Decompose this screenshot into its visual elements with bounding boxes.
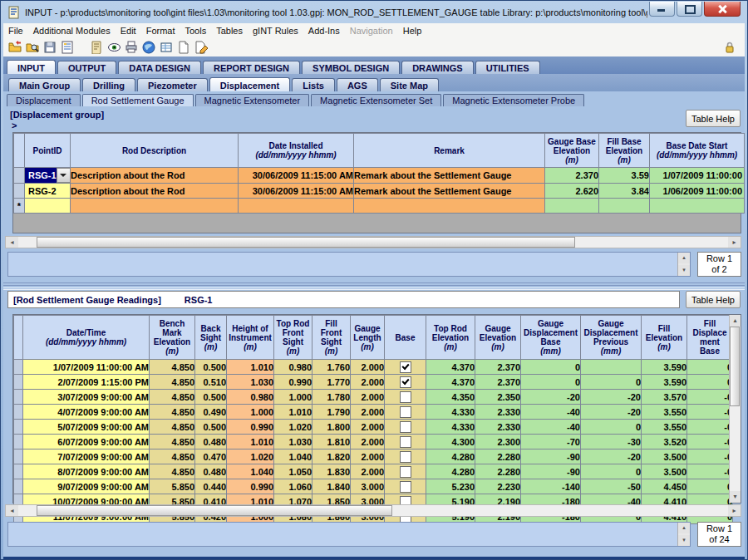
checkbox-unchecked-icon[interactable]: [400, 481, 411, 493]
scroll-track[interactable]: [18, 237, 728, 248]
maximize-button[interactable]: [677, 2, 702, 17]
reading-fdb-cell[interactable]: -0: [687, 390, 733, 405]
remark-cell[interactable]: [354, 199, 545, 214]
reading-glen-cell[interactable]: 2.000: [351, 449, 385, 464]
scroll-right-icon[interactable]: ▸: [728, 237, 741, 248]
menu-item-help[interactable]: Help: [398, 25, 427, 37]
rod-description-cell[interactable]: [71, 199, 239, 214]
reading-ge-cell[interactable]: 2.280: [475, 449, 521, 464]
reading-date-cell[interactable]: 2/07/2009 1:15:00 PM: [23, 375, 150, 390]
reading-gdb-cell[interactable]: -40: [521, 420, 581, 435]
checkbox-unchecked-icon[interactable]: [400, 406, 411, 418]
base-date-start-cell[interactable]: [650, 199, 745, 214]
reading-ge-cell[interactable]: 2.300: [475, 435, 521, 449]
close-button[interactable]: [704, 2, 741, 17]
reading-bench-cell[interactable]: 4.850: [150, 464, 195, 479]
reading-fe-cell[interactable]: 3.520: [642, 435, 687, 449]
reading-gdp-cell[interactable]: -50: [581, 479, 642, 494]
reading-glen-cell[interactable]: 2.000: [351, 420, 385, 435]
reading-base-cell[interactable]: [385, 375, 426, 390]
table-row[interactable]: 9/07/2009 9:00:00 AM5.8500.4400.9901.060…: [14, 479, 733, 494]
reading-date-cell[interactable]: 6/07/2009 9:00:00 AM: [23, 435, 150, 449]
reading-tre-cell[interactable]: 4.300: [426, 435, 475, 449]
reading-fdb-cell[interactable]: -0: [687, 420, 733, 435]
reading-glen-cell[interactable]: 2.000: [351, 435, 385, 449]
remark-cell[interactable]: Remark about the Settlement Gauge: [354, 184, 545, 199]
scroll-down-icon[interactable]: ▾: [730, 491, 741, 503]
reading-gdb-cell[interactable]: -20: [521, 390, 581, 405]
reading-bench-cell[interactable]: 4.850: [150, 420, 195, 435]
reading-ge-cell[interactable]: 2.230: [475, 479, 521, 494]
reading-back-cell[interactable]: 0.470: [195, 449, 227, 464]
gauge-base-elevation-cell[interactable]: [545, 199, 599, 214]
pointid-dropdown-icon[interactable]: [57, 168, 71, 183]
reading-hoi-cell[interactable]: 1.010: [227, 435, 274, 449]
table-row[interactable]: 1/07/2009 11:00:00 AM4.8500.5001.0100.98…: [14, 360, 733, 375]
tab-magnetic-extensometer-probe[interactable]: Magnetic Extensometer Probe: [443, 94, 584, 106]
menu-item-file[interactable]: File: [3, 25, 28, 37]
scroll-up-icon[interactable]: ▴: [678, 523, 690, 533]
base-date-start-cell[interactable]: 1/06/2009 11:00:00: [650, 184, 745, 199]
reading-date-cell[interactable]: 9/07/2009 9:00:00 AM: [23, 479, 150, 494]
reading-fdb-cell[interactable]: 0: [687, 375, 733, 390]
table-list-icon[interactable]: [158, 39, 175, 56]
reading-back-cell[interactable]: 0.480: [195, 464, 227, 479]
reading-fdb-cell[interactable]: -0: [687, 464, 733, 479]
checkbox-unchecked-icon[interactable]: [400, 391, 411, 403]
date-installed-cell[interactable]: [239, 199, 354, 214]
fill-base-elevation-cell[interactable]: 3.84: [599, 184, 650, 199]
reading-base-cell[interactable]: [385, 479, 426, 494]
group-horizontal-scrollbar[interactable]: ◂ ▸: [5, 236, 741, 248]
reading-trfs-cell[interactable]: 1.040: [274, 449, 312, 464]
reading-gdb-cell[interactable]: 0: [521, 375, 581, 390]
minimize-button[interactable]: [649, 2, 675, 17]
scroll-thumb[interactable]: [730, 327, 740, 406]
reading-trfs-cell[interactable]: 0.980: [274, 360, 312, 375]
reading-tre-cell[interactable]: 4.370: [426, 375, 475, 390]
rod-description-cell[interactable]: Description about the Rod: [71, 184, 239, 199]
reading-trfs-cell[interactable]: 1.000: [274, 390, 312, 405]
reading-bench-cell[interactable]: 4.850: [150, 405, 195, 420]
checkbox-unchecked-icon[interactable]: [400, 451, 411, 463]
pointid-cell[interactable]: RSG-1: [25, 168, 71, 184]
checkbox-checked-icon[interactable]: [400, 376, 411, 388]
reading-ffs-cell[interactable]: 1.770: [312, 375, 351, 390]
reading-hoi-cell[interactable]: 0.990: [227, 420, 274, 435]
checkbox-unchecked-icon[interactable]: [400, 436, 411, 448]
reading-ge-cell[interactable]: 2.280: [475, 464, 521, 479]
reading-base-cell[interactable]: [385, 420, 426, 435]
reading-bench-cell[interactable]: 4.850: [150, 449, 195, 464]
reading-tre-cell[interactable]: 4.280: [426, 464, 475, 479]
description-box[interactable]: ▴ ▾: [7, 252, 691, 277]
reading-ge-cell[interactable]: 2.330: [475, 420, 521, 435]
reading-fdb-cell[interactable]: 0: [687, 479, 733, 494]
browse-files-icon[interactable]: [24, 39, 41, 56]
tab-output[interactable]: OUTPUT: [57, 61, 116, 74]
reading-hoi-cell[interactable]: 0.990: [227, 479, 274, 494]
tab-displacement[interactable]: Displacement: [7, 94, 81, 106]
reading-fe-cell[interactable]: 3.590: [642, 360, 687, 375]
tab-displacement[interactable]: Displacement: [209, 77, 291, 91]
new-document-icon[interactable]: [175, 39, 192, 56]
menu-item-format[interactable]: Format: [141, 25, 180, 37]
base-date-start-cell[interactable]: 1/07/2009 11:00:00: [650, 168, 745, 184]
menu-item-tables[interactable]: Tables: [211, 25, 248, 37]
date-installed-cell[interactable]: 30/06/2009 11:15:00 AM: [239, 184, 354, 199]
tab-report-design[interactable]: REPORT DESIGN: [203, 61, 300, 74]
scroll-up-icon[interactable]: ▴: [730, 315, 741, 327]
fill-base-elevation-cell[interactable]: 3.59: [599, 168, 650, 184]
globe-icon[interactable]: [140, 39, 157, 56]
scroll-thumb[interactable]: [37, 237, 575, 248]
reading-bench-cell[interactable]: 4.850: [150, 390, 195, 405]
reading-bench-cell[interactable]: 5.850: [150, 479, 195, 494]
row-selector[interactable]: [14, 464, 23, 479]
reading-gdp-cell[interactable]: -30: [581, 435, 642, 449]
reading-back-cell[interactable]: 0.440: [195, 479, 227, 494]
tab-utilities[interactable]: UTILITIES: [475, 61, 540, 74]
scroll-track[interactable]: [730, 327, 741, 491]
description-box[interactable]: ▴ ▾: [7, 522, 691, 547]
reading-tre-cell[interactable]: 4.350: [426, 390, 475, 405]
reading-glen-cell[interactable]: 2.000: [351, 405, 385, 420]
reading-base-cell[interactable]: [385, 464, 426, 479]
reading-trfs-cell[interactable]: 1.060: [274, 479, 312, 494]
